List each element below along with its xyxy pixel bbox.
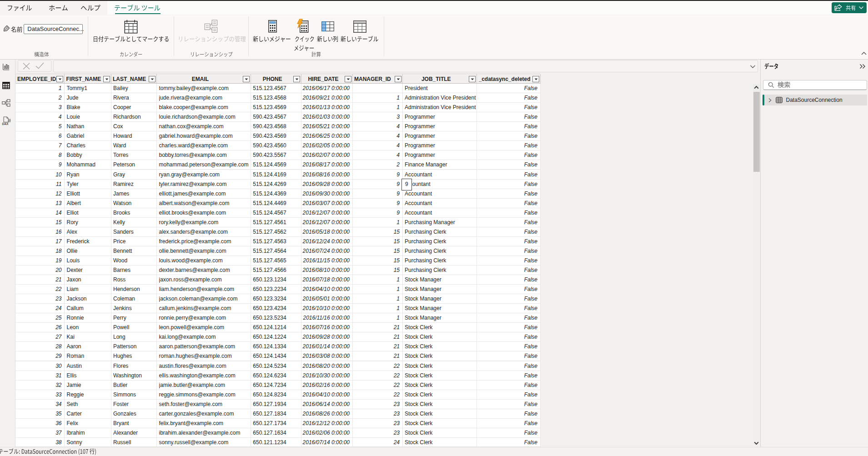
svg-text:DAX: DAX xyxy=(2,122,9,125)
